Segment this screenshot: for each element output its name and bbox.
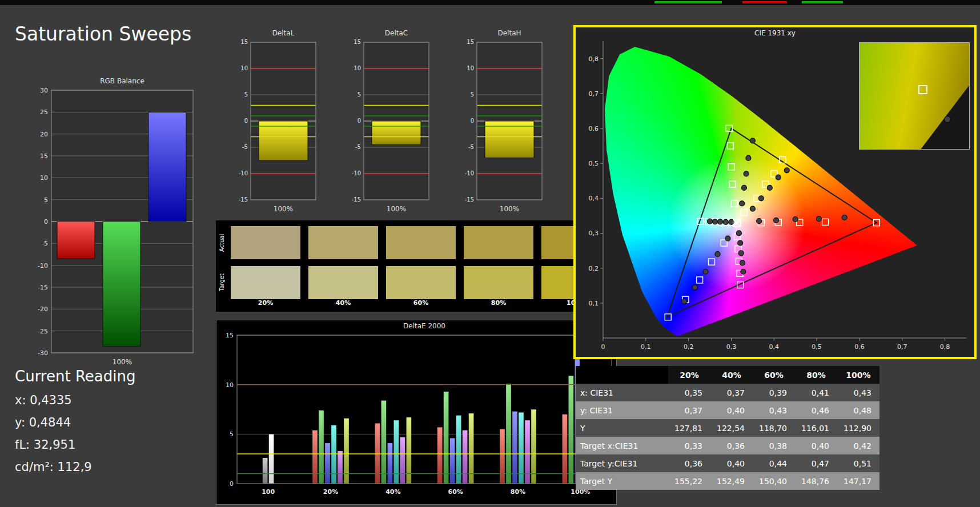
table-row: y: CIE310,370,400,430,460,48 xyxy=(576,401,879,419)
table-row-label: x: CIE31 xyxy=(576,384,668,401)
measured-dot-yellow xyxy=(767,185,772,190)
axis-label: 25 xyxy=(40,108,48,116)
axis-label: 0,1 xyxy=(641,343,651,351)
reading-cdm2: cd/m²: 112,9 xyxy=(15,460,135,474)
table-row: Target y:CIE310,360,400,440,470,51 xyxy=(576,454,879,472)
axis-label: 0 xyxy=(601,343,605,351)
axis-label: 0,4 xyxy=(589,195,599,202)
axis-label: 100% xyxy=(274,205,293,213)
cie-marker-layer xyxy=(665,125,879,320)
table-cell: 0,38 xyxy=(753,437,795,454)
target-marker-yellow xyxy=(741,209,747,215)
swatch-target-80% xyxy=(464,266,533,299)
measured-dot-blue xyxy=(682,299,687,304)
axis-label: DeltaC xyxy=(385,29,408,37)
measured-dot-green xyxy=(741,185,746,190)
axis-label: 10 xyxy=(240,65,248,71)
table-cell: 0,40 xyxy=(710,454,753,472)
delta-e-2000-chart[interactable]: DeltaE 200005101510020%40%60%80%100% xyxy=(216,320,617,505)
de-bar xyxy=(506,384,511,484)
de-bar xyxy=(512,411,517,484)
swatch-actual-80% xyxy=(464,226,533,259)
table-column-header: 20% xyxy=(668,366,710,384)
delta-h-chart[interactable]: DeltaH-15-10-5051015100% xyxy=(454,29,545,218)
table-row-label: Target x:CIE31 xyxy=(576,437,668,454)
table-row-label: Target y:CIE31 xyxy=(576,454,668,472)
de-bar xyxy=(381,400,386,484)
target-marker-blue xyxy=(709,259,715,265)
de-bar xyxy=(331,425,336,484)
page-title: Saturation Sweeps xyxy=(15,23,191,45)
target-marker-green xyxy=(728,164,734,170)
current-reading-title: Current Reading xyxy=(15,368,135,385)
measured-dot-yellow xyxy=(776,175,781,180)
measured-dot-yellow xyxy=(784,168,789,173)
top-accent-bar xyxy=(0,0,980,5)
axis-label: DeltaL xyxy=(272,29,295,37)
table-cell: 148,76 xyxy=(795,472,837,490)
bar-green xyxy=(103,222,140,347)
de-bar xyxy=(263,458,268,484)
axis-label: 100 xyxy=(262,488,275,496)
measured-dot-cyan xyxy=(708,219,713,224)
axis-label: -5 xyxy=(355,144,361,150)
inset-gamut-area xyxy=(859,43,969,149)
axis-label: -5 xyxy=(468,144,474,150)
measured-dot-blue xyxy=(703,269,708,274)
swatch-column-label: 80% xyxy=(464,299,533,307)
gamut-triangle xyxy=(667,128,877,317)
axis-label: CIE 1931 xy xyxy=(754,29,796,37)
axis-label: 20 xyxy=(40,131,48,138)
saturation-swatches-panel[interactable]: ActualTarget20%40%60%80%100% xyxy=(216,220,617,312)
axis-label: -20 xyxy=(38,305,48,313)
de-bar xyxy=(375,423,380,484)
table-cell: 0,40 xyxy=(795,437,837,454)
cie-1931-chart-selected[interactable]: CIE 1931 xy00,10,10,20,20,30,30,40,40,50… xyxy=(573,25,977,359)
swatch-column-label: 20% xyxy=(231,299,300,307)
table-cell: 152,49 xyxy=(710,472,753,490)
axis-label: -15 xyxy=(239,196,248,203)
table-cell: 0,39 xyxy=(753,384,795,401)
measured-dot-blue xyxy=(715,252,720,257)
target-marker-green xyxy=(727,143,733,149)
table-row: Target Y155,22152,49150,40148,76147,17 xyxy=(576,472,879,490)
axis-label: -15 xyxy=(465,196,474,203)
measured-dot-blue xyxy=(725,236,730,241)
reading-fl: fL: 32,951 xyxy=(15,438,135,452)
de-bar xyxy=(562,415,567,484)
measured-dot-red xyxy=(757,219,762,224)
measured-dot-yellow xyxy=(758,196,764,201)
axis-label: 0,8 xyxy=(940,343,950,351)
measured-dot-magenta xyxy=(741,269,746,274)
swatch-column-label: 40% xyxy=(308,299,378,307)
inset-target-marker xyxy=(918,85,927,94)
axis-label: 0,7 xyxy=(589,90,599,98)
axis-label: 0,2 xyxy=(684,343,694,351)
de-bar xyxy=(519,412,524,484)
table-cell: 0,43 xyxy=(837,384,879,401)
rgb-balance-chart[interactable]: RGB Balance-30-25-20-15-10-5051015202530… xyxy=(25,75,196,368)
table-column-header: 60% xyxy=(753,366,795,384)
axis-label: 100% xyxy=(387,205,406,213)
axis-label: 15 xyxy=(354,39,361,45)
saturation-data-table[interactable]: 20%40%60%80%100%x: CIE310,350,370,390,41… xyxy=(576,366,875,490)
delta-l-chart[interactable]: DeltaL-15-10-5051015100% xyxy=(228,29,319,218)
top-accent-mark xyxy=(654,1,722,3)
de-bar xyxy=(400,437,405,484)
swatch-row-label-target: Target xyxy=(218,266,226,299)
axis-label: 0,4 xyxy=(769,343,780,351)
measured-dot-magenta xyxy=(740,260,745,265)
axis-label: 0,7 xyxy=(897,343,907,351)
table-cell: 116,01 xyxy=(795,419,837,437)
inset-measured-dot xyxy=(944,116,951,123)
axis-label: 20% xyxy=(323,488,338,496)
saturation-table: 20%40%60%80%100%x: CIE310,350,370,390,41… xyxy=(576,366,879,490)
axis-label: 60% xyxy=(448,488,463,496)
table-row: Y127,81122,54118,70116,01112,90 xyxy=(576,419,879,437)
de-bar xyxy=(312,430,318,484)
target-marker-green xyxy=(729,181,736,187)
delta-l-svg: DeltaL-15-10-5051015100% xyxy=(228,29,319,218)
axis-label: 40% xyxy=(385,488,400,496)
cie-zoom-inset[interactable] xyxy=(859,42,970,150)
delta-c-chart[interactable]: DeltaC-15-10-5051015100% xyxy=(341,29,432,218)
